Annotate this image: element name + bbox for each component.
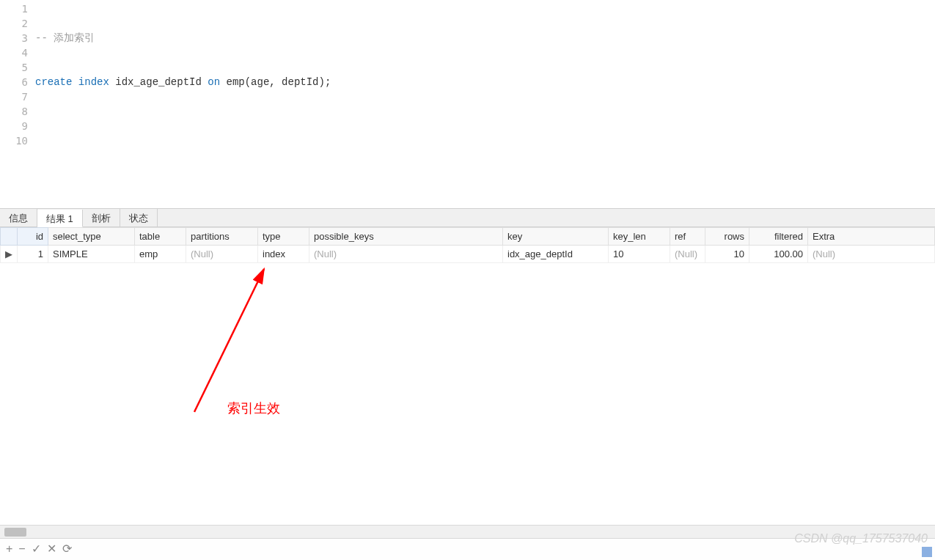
col-table[interactable]: table: [135, 228, 186, 246]
delete-record-button[interactable]: −: [18, 542, 25, 556]
cell-partitions: (Null): [186, 246, 258, 263]
cell-table: emp: [135, 246, 186, 263]
watermark: CSDN @qq_1757537040: [794, 532, 928, 545]
cell-key: idx_age_deptId: [503, 246, 609, 263]
row-marker-header: [1, 228, 18, 246]
cell-select-type: SIMPLE: [48, 246, 135, 263]
col-ref[interactable]: ref: [670, 228, 705, 246]
col-id[interactable]: id: [18, 228, 48, 246]
cell-possible-keys: (Null): [309, 246, 503, 263]
explain-result-table[interactable]: id select_type table partitions type pos…: [0, 227, 935, 263]
code-comment: -- 添加索引: [35, 32, 95, 44]
annotation-text: 索引生效: [227, 399, 280, 417]
result-panel: id select_type table partitions type pos…: [0, 227, 935, 520]
apply-button[interactable]: ✓: [32, 542, 41, 556]
scrollbar-thumb[interactable]: [4, 528, 26, 537]
tab-result-1[interactable]: 结果 1: [37, 210, 83, 227]
refresh-button[interactable]: ⟳: [62, 542, 72, 556]
code-content[interactable]: -- 添加索引 create index idx_age_deptId on e…: [35, 0, 935, 208]
cell-id: 1: [18, 246, 48, 263]
col-extra[interactable]: Extra: [808, 228, 935, 246]
line-gutter: 12345678910: [0, 0, 35, 208]
col-key[interactable]: key: [503, 228, 609, 246]
table-header-row: id select_type table partitions type pos…: [1, 228, 935, 246]
annotation-arrow: [165, 265, 297, 419]
sql-editor[interactable]: 12345678910 -- 添加索引 create index idx_age…: [0, 0, 935, 208]
col-key-len[interactable]: key_len: [609, 228, 670, 246]
tab-profile[interactable]: 剖析: [83, 209, 120, 226]
table-row[interactable]: ▶ 1 SIMPLE emp (Null) index (Null) idx_a…: [1, 246, 935, 263]
col-partitions[interactable]: partitions: [186, 228, 258, 246]
col-select-type[interactable]: select_type: [48, 228, 135, 246]
tab-status[interactable]: 状态: [120, 209, 158, 226]
cancel-button[interactable]: ✕: [47, 542, 56, 556]
cell-filtered: 100.00: [749, 246, 808, 263]
col-rows[interactable]: rows: [705, 228, 749, 246]
col-type[interactable]: type: [258, 228, 309, 246]
svg-line-0: [194, 269, 264, 412]
result-tabs: 信息 结果 1 剖析 状态: [0, 208, 935, 227]
cell-ref: (Null): [670, 246, 705, 263]
current-row-marker: ▶: [1, 246, 18, 263]
grid-view-icon[interactable]: [922, 547, 932, 557]
cell-key-len: 10: [609, 246, 670, 263]
cell-extra: (Null): [808, 246, 935, 263]
col-filtered[interactable]: filtered: [749, 228, 808, 246]
cell-rows: 10: [705, 246, 749, 263]
tab-info[interactable]: 信息: [0, 209, 37, 226]
cell-type: index: [258, 246, 309, 263]
add-record-button[interactable]: +: [6, 542, 12, 556]
col-possible-keys[interactable]: possible_keys: [309, 228, 503, 246]
